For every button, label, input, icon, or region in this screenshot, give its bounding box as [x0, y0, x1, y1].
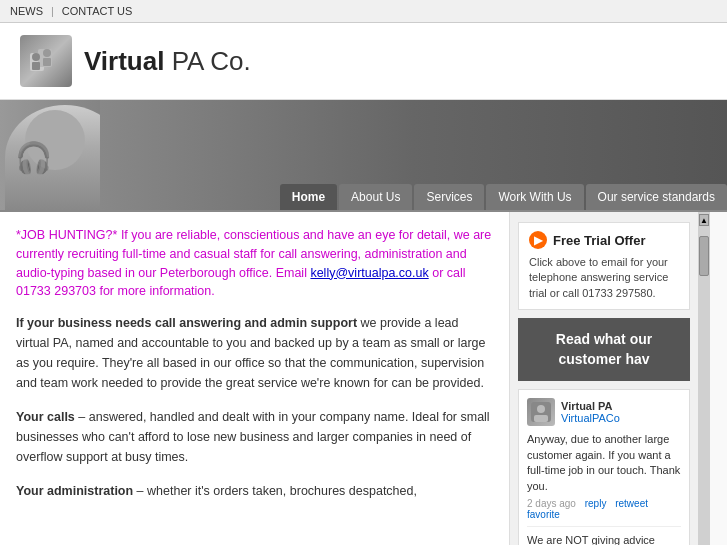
- tweet1-reply[interactable]: reply: [585, 498, 607, 509]
- calls-section: Your calls – answered, handled and dealt…: [16, 407, 493, 467]
- content-area: *JOB HUNTING?* If you are reliable, cons…: [0, 212, 510, 545]
- svg-rect-8: [534, 415, 548, 422]
- tweet2-body: We are NOT giving advice about ma someon…: [527, 533, 681, 545]
- nav-services[interactable]: Services: [414, 184, 484, 210]
- logo-text: Virtual PA Co.: [84, 46, 251, 77]
- trial-title: Free Trial Offer: [553, 233, 645, 248]
- nav-standards[interactable]: Our service standards: [586, 184, 727, 210]
- news-link[interactable]: NEWS: [10, 5, 43, 17]
- tweet-header: Virtual PA VirtualPACo: [527, 398, 681, 426]
- tweet1-meta: 2 days ago reply retweet favorite: [527, 498, 681, 520]
- svg-point-2: [32, 53, 40, 61]
- logo-brand-rest: PA Co.: [164, 46, 250, 76]
- main-wrapper: *JOB HUNTING?* If you are reliable, cons…: [0, 210, 727, 545]
- admin-rest: – whether it's orders taken, brochures d…: [133, 484, 417, 498]
- logo-icon: [20, 35, 72, 87]
- calls-rest: – answered, handled and dealt with in yo…: [16, 410, 490, 464]
- tweet1-body: Anyway, due to another large customer ag…: [527, 432, 681, 494]
- tweet-avatar: [527, 398, 555, 426]
- scrollbar-thumb[interactable]: [699, 236, 709, 276]
- tweet1-fav[interactable]: favorite: [527, 509, 560, 520]
- sidebar-read-banner[interactable]: Read what our customer hav: [518, 318, 690, 381]
- admin-strong: Your administration: [16, 484, 133, 498]
- topbar: NEWS | CONTACT US: [0, 0, 727, 23]
- svg-point-7: [537, 405, 545, 413]
- logo-brand-strong: Virtual: [84, 46, 164, 76]
- sidebar-trial: ▶ Free Trial Offer Click above to email …: [518, 222, 690, 310]
- admin-section: Your administration – whether it's order…: [16, 481, 493, 501]
- trial-header: ▶ Free Trial Offer: [529, 231, 679, 249]
- nav-bar: Home About Us Services Work With Us Our …: [278, 184, 727, 210]
- hero-wrapper: 🎧 Home About Us Services Work With Us Ou…: [0, 100, 727, 210]
- intro-strong: If your business needs call answering an…: [16, 316, 357, 330]
- read-line2: customer hav: [528, 350, 680, 370]
- tweet-divider: [527, 526, 681, 527]
- nav-work[interactable]: Work With Us: [486, 184, 583, 210]
- nav-about[interactable]: About Us: [339, 184, 412, 210]
- tweet-username: Virtual PA VirtualPACo: [561, 400, 620, 424]
- calls-strong: Your calls: [16, 410, 75, 424]
- tweet-name: Virtual PA: [561, 400, 620, 412]
- job-notice: *JOB HUNTING?* If you are reliable, cons…: [16, 226, 493, 301]
- topbar-separator: |: [51, 5, 54, 17]
- svg-point-4: [43, 49, 51, 57]
- read-line1: Read what our: [528, 330, 680, 350]
- tweet1-time: 2 days ago: [527, 498, 576, 509]
- vertical-scrollbar[interactable]: ▲: [698, 212, 710, 545]
- tweet1-retweet[interactable]: retweet: [615, 498, 648, 509]
- contact-link[interactable]: CONTACT US: [62, 5, 133, 17]
- sidebar: ▶ Free Trial Offer Click above to email …: [510, 212, 698, 545]
- trial-icon: ▶: [529, 231, 547, 249]
- tweet-widget: Virtual PA VirtualPACo Anyway, due to an…: [518, 389, 690, 545]
- logo-area: Virtual PA Co.: [0, 23, 727, 100]
- nav-home[interactable]: Home: [280, 184, 337, 210]
- intro-section: If your business needs call answering an…: [16, 313, 493, 393]
- tweet-handle: VirtualPACo: [561, 412, 620, 424]
- trial-body: Click above to email for your telephone …: [529, 255, 679, 301]
- svg-rect-3: [32, 62, 40, 70]
- job-email-link[interactable]: kelly@virtualpa.co.uk: [310, 266, 428, 280]
- svg-rect-5: [43, 58, 51, 66]
